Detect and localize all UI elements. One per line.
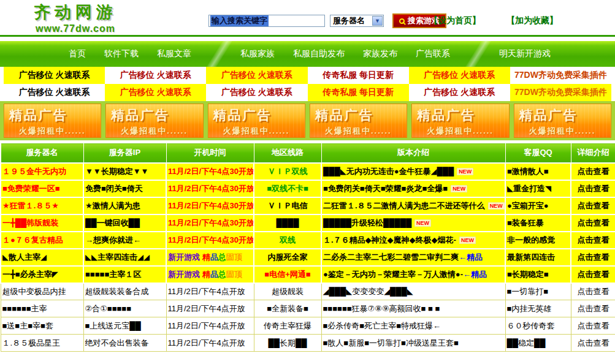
promo-banner[interactable]: 精品广告火爆招租中...... <box>208 104 305 138</box>
cell-detail[interactable]: 点击查看 <box>571 335 615 352</box>
detail-link[interactable]: 点击查看 <box>578 338 609 347</box>
promo-banner[interactable]: 精品广告火爆招租中...... <box>4 104 101 138</box>
cell-text: ■长期稳定■ <box>507 270 549 279</box>
table-row: ◣散人主宰◢◣◣主宰四连击◢◢新开游戏 精品总固顶内服死全家二必杀二主宰二七彩二… <box>1 249 615 266</box>
promo-banner[interactable]: 精品广告火爆招租中...... <box>514 104 611 138</box>
ad-link[interactable]: 广告移位 火速联系 <box>4 84 105 101</box>
ad-link[interactable]: 广告移位 火速联系 <box>105 84 206 101</box>
cell-detail[interactable]: 点击查看 <box>571 197 615 214</box>
chevron-down-icon: ▼ <box>372 16 383 26</box>
nav-item-0[interactable]: 首页 <box>69 48 86 59</box>
site-header: 齐动网游 www.77dw.com 输入搜索关键字 服务器名 ▼ 搜索游戏 【设… <box>0 0 615 37</box>
new-badge: NEW <box>457 168 473 175</box>
cell-detail[interactable]: 点击查看 <box>571 317 615 335</box>
ad-link[interactable]: 广告移位 火速联系 <box>206 84 307 101</box>
detail-link[interactable]: 点击查看 <box>578 321 609 330</box>
detail-link[interactable]: 点击查看 <box>578 270 609 279</box>
nav-item-5[interactable]: 家族发布 <box>363 48 397 59</box>
ads-row: 广告移位 火速联系广告移位 火速联系广告移位 火速联系传奇私服 每日更新广告移位… <box>4 67 611 84</box>
detail-link[interactable]: 点击查看 <box>578 201 609 210</box>
cell-detail[interactable]: 点击查看 <box>571 283 615 300</box>
cell-text: ◣◣主宰四连击◢◢ <box>85 252 150 262</box>
ad-link[interactable]: 广告移位 火速联系 <box>206 67 307 84</box>
nav-item-6[interactable]: 广告联系 <box>416 48 450 59</box>
ad-link[interactable]: 广告移位 火速联系 <box>409 84 510 101</box>
detail-link[interactable]: 点击查看 <box>578 252 609 262</box>
table-row: １９５金牛无内功▼▼长期稳定▼▼11月/2日/下午4点30开放ＶＩＰ双线███◣… <box>1 163 615 180</box>
add-favorite-link[interactable]: 【加为收藏】 <box>506 15 558 26</box>
quick-links: 【设为首页】 【加为收藏】 <box>429 15 558 26</box>
site-logo[interactable]: 齐动网游 www.77dw.com <box>34 1 117 34</box>
nav-item-4[interactable]: 私服自助发布 <box>293 48 345 59</box>
cell-service-qq: 最新第四连击 <box>505 249 571 266</box>
cell-server-name: １.８５极品星王 <box>1 335 83 352</box>
ad-link[interactable]: 传奇私服 每日更新 <box>308 67 409 84</box>
search-category-select[interactable]: 服务器名 ▼ <box>330 15 384 27</box>
cell-detail[interactable]: 点击查看 <box>571 232 615 249</box>
banner-strip: 精品广告火爆招租中......精品广告火爆招租中......精品广告火爆招租中.… <box>0 101 615 140</box>
cell-open-time: 11月/2日/下午4点30开放 <box>166 232 254 249</box>
detail-link[interactable]: 点击查看 <box>578 304 609 313</box>
cell-detail[interactable]: 点击查看 <box>571 266 615 283</box>
nav-item-3[interactable]: 私服家族 <box>240 48 275 59</box>
cell-open-time: 新开游戏 精品总固顶 <box>166 266 254 283</box>
cell-server-ip: 免费■闭关■倚天 <box>83 180 166 197</box>
set-home-link[interactable]: 【设为首页】 <box>429 15 481 26</box>
cell-detail[interactable]: 点击查看 <box>571 249 615 266</box>
cell-text: 一╋■必杀主宰◤ <box>2 270 58 279</box>
detail-link[interactable]: 点击查看 <box>578 287 609 296</box>
nav-item-2[interactable]: 私服文章 <box>157 48 191 59</box>
logo-url: www.77dw.com <box>34 23 117 34</box>
banner-title: 精品广告 <box>417 107 508 124</box>
detail-link[interactable]: 点击查看 <box>578 184 609 193</box>
nav-item-1[interactable]: 软件下载 <box>104 48 139 59</box>
cell-text: 精 <box>202 252 210 262</box>
cell-server-ip: ②合①■■■■■ <box>83 300 166 317</box>
nav-item-7[interactable]: 明天新开游戏 <box>499 48 551 59</box>
page: 齐动网游 www.77dw.com 输入搜索关键字 服务器名 ▼ 搜索游戏 【设… <box>0 0 615 364</box>
logo-title: 齐动网游 <box>34 1 117 23</box>
ad-link[interactable]: 广告移位 火速联系 <box>409 67 510 84</box>
cell-service-qq: ◣重金打造◥ <box>505 180 571 197</box>
cell-text: ████ <box>277 218 299 227</box>
cell-text: 固顶 <box>226 270 242 279</box>
cell-text: 二狂雷１.８５二激情人满为患二不进还等什么 <box>323 201 485 210</box>
ad-link[interactable]: 77DW齐动免费采集插件 <box>510 84 611 101</box>
cell-detail[interactable]: 点击查看 <box>571 180 615 197</box>
new-badge: NEW <box>451 185 467 192</box>
cell-text: ■双线不卡■ <box>267 184 308 193</box>
cell-server-name: 一╋■必杀主宰◤ <box>1 266 83 283</box>
cell-server-ip: ■上线送元宝██ <box>83 317 166 335</box>
cell-version-intro: 二狂雷１.８５二激情人满为患二不进还等什么NEW <box>321 197 505 214</box>
cell-text: 11月/2日/下午4点30开放 <box>168 201 254 210</box>
search-input-value: 输入搜索关键字 <box>210 15 269 26</box>
nav-separator <box>462 41 494 67</box>
cell-detail[interactable]: 点击查看 <box>571 163 615 180</box>
detail-link[interactable]: 点击查看 <box>578 218 609 227</box>
ad-link[interactable]: 77DW齐动免费采集插件 <box>510 67 611 84</box>
promo-banner[interactable]: 精品广告火爆招租中...... <box>411 104 509 138</box>
ad-link[interactable]: 广告移位 火速联系 <box>4 67 105 84</box>
cell-detail[interactable]: 点击查看 <box>571 300 615 317</box>
cell-open-time: 11月/2日/下午4点开放 <box>166 283 254 300</box>
cell-text: ←精品 <box>459 252 483 262</box>
cell-version-intro: １.７６精品◆神泣◆魔神◆终极◆烟花-NEW <box>321 232 505 249</box>
table-row: 一╋██韩版靓装██一键回收██11月/2日/下午4点30开放█████████… <box>1 214 615 232</box>
cell-service-qq: ■一切靠打■ <box>505 283 571 300</box>
ad-link[interactable]: 广告移位 火速联系 <box>105 67 206 84</box>
promo-banner[interactable]: 精品广告火爆招租中...... <box>310 104 407 138</box>
table-row: ★狂雷１.８５★★激情人满为患11月/2日/下午4点30开放ＶＩＰ电信二狂雷１.… <box>1 197 615 214</box>
search-icon <box>399 18 405 24</box>
ad-link[interactable]: 传奇私服 每日更新 <box>308 84 409 101</box>
cell-open-time: 11月/2日/下午4点30开放 <box>166 163 254 180</box>
cell-detail[interactable]: 点击查看 <box>571 214 615 232</box>
cell-text: １●７６复古精品 <box>2 235 63 245</box>
search-input[interactable]: 输入搜索关键字 <box>208 15 325 27</box>
promo-banner[interactable]: 精品广告火爆招租中...... <box>105 104 203 138</box>
column-header-3: 地区线路 <box>254 143 321 163</box>
detail-link[interactable]: 点击查看 <box>578 235 609 245</box>
cell-text: ■装备狂暴 <box>507 218 544 227</box>
banner-subtitle: 火爆招租中...... <box>325 126 407 137</box>
detail-link[interactable]: 点击查看 <box>578 167 609 176</box>
cell-service-qq: ６０秒传奇套 <box>505 317 571 335</box>
